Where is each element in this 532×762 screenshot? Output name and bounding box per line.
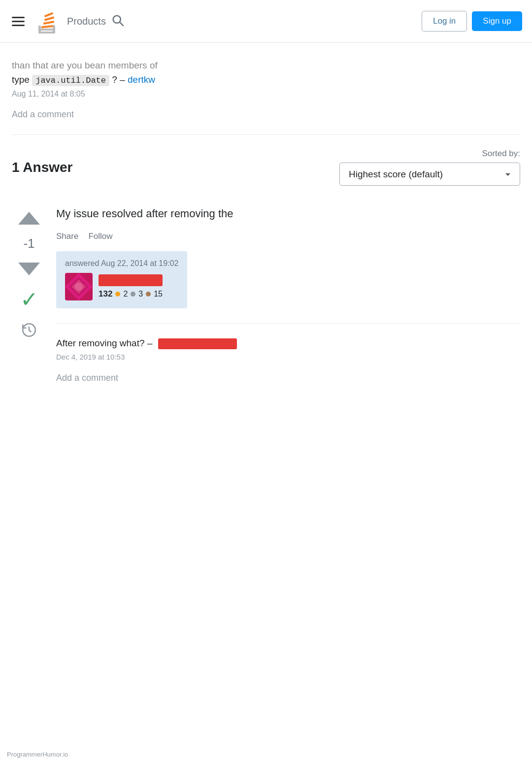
comment-text-content: After removing what? – xyxy=(56,338,152,348)
site-logo[interactable] xyxy=(34,7,59,35)
comment-author-link[interactable]: dertkw xyxy=(128,74,155,85)
main-content: than that are you bean members of type j… xyxy=(0,43,532,398)
user-info: 132 2 3 15 xyxy=(65,273,178,300)
header: Products Log in Sign up xyxy=(0,0,532,43)
stack-overflow-logo-icon xyxy=(34,7,59,35)
svg-rect-3 xyxy=(43,21,54,25)
edit-history-icon[interactable] xyxy=(21,322,37,342)
downvote-arrow-icon xyxy=(18,263,40,275)
vote-down-button[interactable] xyxy=(16,256,42,282)
watermark: ProgrammerHumor.io xyxy=(7,751,68,758)
answers-header: 1 Answer Sorted by: Highest score (defau… xyxy=(12,135,520,196)
user-name-redacted xyxy=(99,274,163,286)
comment-full-text: type java.util.Date ? – dertkw xyxy=(12,73,520,87)
svg-rect-5 xyxy=(44,12,53,17)
bronze-badge-dot xyxy=(146,292,151,297)
comment-section-bottom: After removing what? – Dec 4, 2019 at 10… xyxy=(56,323,520,388)
silver-badge-count: 3 xyxy=(138,290,143,298)
sort-select[interactable]: Highest score (default) Trending (recent… xyxy=(339,163,520,186)
sorted-by-label: Sorted by: xyxy=(482,149,521,159)
add-comment-link-top[interactable]: Add a comment xyxy=(12,106,520,130)
add-comment-link-bottom[interactable]: Add a comment xyxy=(56,366,520,388)
user-reputation: 132 xyxy=(99,289,112,299)
comment-item: After removing what? – Dec 4, 2019 at 10… xyxy=(56,331,520,366)
hamburger-menu[interactable] xyxy=(10,15,27,28)
answer-text: My issue resolved after removing the xyxy=(56,205,520,222)
signup-button[interactable]: Sign up xyxy=(472,11,522,31)
svg-point-8 xyxy=(113,16,121,23)
answerer-card: answered Aug 22, 2014 at 19:02 xyxy=(56,251,187,308)
svg-rect-2 xyxy=(41,25,54,28)
comment-item-text: After removing what? – xyxy=(56,336,520,351)
answer-actions: Share Follow xyxy=(56,232,520,241)
vote-up-button[interactable] xyxy=(16,205,42,231)
user-badges: 132 2 3 15 xyxy=(99,289,163,299)
svg-rect-4 xyxy=(44,16,54,21)
svg-rect-0 xyxy=(39,29,54,31)
answer-block: -1 ✓ My issue resolved after removing th… xyxy=(12,196,520,398)
follow-link[interactable]: Follow xyxy=(88,232,112,241)
products-nav: Products xyxy=(67,13,414,29)
gold-badge-count: 2 xyxy=(123,290,128,298)
bronze-badge-count: 15 xyxy=(154,290,163,298)
accepted-checkmark[interactable]: ✓ xyxy=(20,287,38,312)
login-button[interactable]: Log in xyxy=(422,11,467,32)
svg-line-9 xyxy=(120,22,124,26)
comment-author-redacted xyxy=(158,338,237,349)
svg-rect-1 xyxy=(39,32,54,33)
user-details: 132 2 3 15 xyxy=(99,274,163,299)
code-snippet: java.util.Date xyxy=(32,75,109,86)
search-icon[interactable] xyxy=(111,13,125,29)
answers-count: 1 Answer xyxy=(12,160,72,175)
svg-point-14 xyxy=(75,283,83,291)
svg-rect-7 xyxy=(53,26,55,33)
comment-timestamp: Aug 11, 2014 at 8:05 xyxy=(12,90,520,99)
svg-rect-6 xyxy=(38,26,41,33)
sort-wrap: Sorted by: Highest score (default) Trend… xyxy=(339,149,520,186)
header-actions: Log in Sign up xyxy=(422,11,522,32)
user-avatar[interactable] xyxy=(65,273,93,300)
share-link[interactable]: Share xyxy=(56,232,78,241)
gold-badge-dot xyxy=(115,292,120,297)
comment-snippet-top: than that are you bean members of type j… xyxy=(12,43,520,135)
avatar-pattern-icon xyxy=(65,273,93,300)
vote-count: -1 xyxy=(23,236,34,251)
silver-badge-dot xyxy=(131,292,135,297)
answer-body: My issue resolved after removing the Sha… xyxy=(56,205,520,388)
comment-truncated-text: than that are you bean members of xyxy=(12,53,520,73)
vote-column: -1 ✓ xyxy=(12,205,46,388)
answered-time: answered Aug 22, 2014 at 19:02 xyxy=(65,259,178,268)
upvote-arrow-icon xyxy=(18,212,40,225)
products-label[interactable]: Products xyxy=(67,16,106,27)
comment-item-timestamp: Dec 4, 2019 at 10:53 xyxy=(56,353,520,361)
